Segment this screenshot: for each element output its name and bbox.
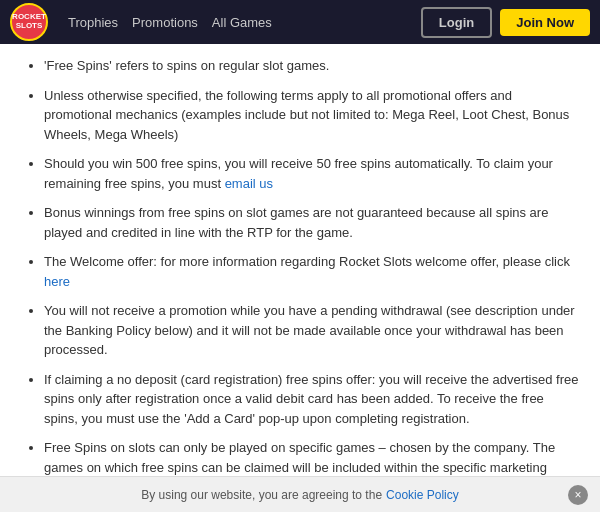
terms-list: 'Free Spins' refers to spins on regular … xyxy=(20,56,580,476)
item-text: You will not receive a promotion while y… xyxy=(44,303,575,357)
here-link[interactable]: here xyxy=(44,274,70,289)
main-content: 'Free Spins' refers to spins on regular … xyxy=(0,44,600,476)
nav-promotions[interactable]: Promotions xyxy=(132,15,198,30)
header-buttons: Login Join Now xyxy=(421,7,590,38)
item-text: Free Spins on slots can only be played o… xyxy=(44,440,555,476)
item-text: 'Free Spins' refers to spins on regular … xyxy=(44,58,329,73)
item-text: If claiming a no deposit (card registrat… xyxy=(44,372,578,426)
item-text: Bonus winnings from free spins on slot g… xyxy=(44,205,548,240)
item-text-before: Should you win 500 free spins, you will … xyxy=(44,156,553,191)
cookie-close-button[interactable]: × xyxy=(568,485,588,505)
logo: ROCKET SLOTS xyxy=(10,3,48,41)
cookie-bar: By using our website, you are agreeing t… xyxy=(0,476,600,512)
list-item: Unless otherwise specified, the followin… xyxy=(44,86,580,145)
item-text: Unless otherwise specified, the followin… xyxy=(44,88,569,142)
email-us-link[interactable]: email us xyxy=(225,176,273,191)
cookie-text-before: By using our website, you are agreeing t… xyxy=(141,488,382,502)
list-item: You will not receive a promotion while y… xyxy=(44,301,580,360)
login-button[interactable]: Login xyxy=(421,7,492,38)
logo-text: ROCKET SLOTS xyxy=(12,13,46,31)
list-item: If claiming a no deposit (card registrat… xyxy=(44,370,580,429)
list-item: Should you win 500 free spins, you will … xyxy=(44,154,580,193)
list-item: Bonus winnings from free spins on slot g… xyxy=(44,203,580,242)
nav: Trophies Promotions All Games xyxy=(68,15,421,30)
nav-all-games[interactable]: All Games xyxy=(212,15,272,30)
join-button[interactable]: Join Now xyxy=(500,9,590,36)
list-item: The Welcome offer: for more information … xyxy=(44,252,580,291)
nav-trophies[interactable]: Trophies xyxy=(68,15,118,30)
header: ROCKET SLOTS Trophies Promotions All Gam… xyxy=(0,0,600,44)
cookie-policy-link[interactable]: Cookie Policy xyxy=(386,488,459,502)
list-item: 'Free Spins' refers to spins on regular … xyxy=(44,56,580,76)
logo-icon: ROCKET SLOTS xyxy=(10,3,48,41)
list-item: Free Spins on slots can only be played o… xyxy=(44,438,580,476)
item-text-before: The Welcome offer: for more information … xyxy=(44,254,570,269)
